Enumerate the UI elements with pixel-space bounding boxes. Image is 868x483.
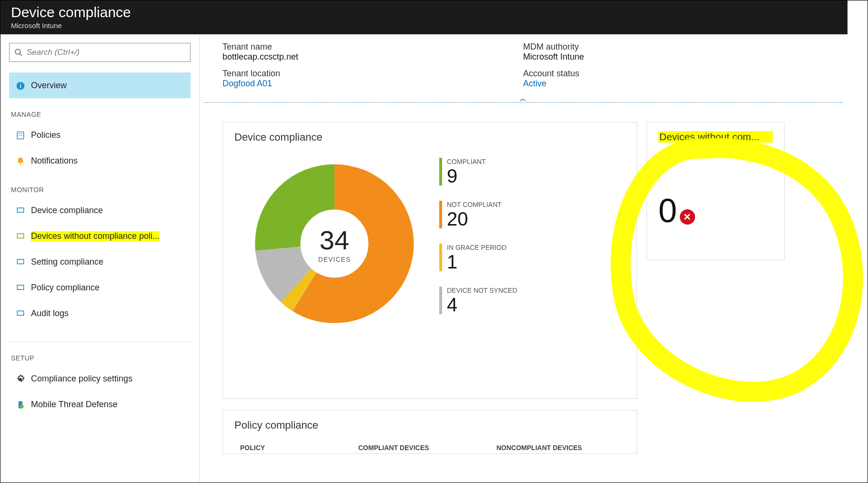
monitor-icon bbox=[16, 232, 31, 241]
sidebar: Overview MANAGE Policies Notifications M… bbox=[0, 34, 200, 483]
monitor-icon bbox=[16, 257, 31, 267]
nav-mobile-threat-defense-label: Mobile Threat Defense bbox=[31, 400, 118, 410]
legend-notcompliant-value: 20 bbox=[447, 209, 502, 228]
policy-compliance-card[interactable]: Policy compliance POLICY COMPLIANT DEVIC… bbox=[222, 410, 637, 454]
nav-setting-compliance-label: Setting compliance bbox=[31, 257, 103, 267]
svg-line-1 bbox=[20, 53, 22, 56]
nav-audit-logs[interactable]: Audit logs bbox=[9, 300, 191, 326]
svg-point-8 bbox=[20, 163, 21, 164]
main-content: Tenant name bottlecap.ccsctp.net MDM aut… bbox=[200, 34, 868, 483]
legend-grace-value: 1 bbox=[447, 252, 506, 271]
svg-rect-12 bbox=[18, 234, 23, 238]
nav-devices-without-policy-label: Devices without compliance poli... bbox=[31, 231, 160, 241]
nav-device-compliance-label: Device compliance bbox=[31, 206, 103, 216]
account-status-label: Account status bbox=[523, 69, 824, 79]
nav-devices-without-policy[interactable]: Devices without compliance poli... bbox=[9, 223, 191, 249]
error-icon: ✕ bbox=[680, 209, 695, 225]
header-bar: Device compliance Microsoft Intune bbox=[0, 0, 848, 34]
section-monitor: MONITOR bbox=[11, 186, 191, 194]
donut-total-label: DEVICES bbox=[318, 256, 351, 263]
compliance-donut-chart: 34 DEVICES bbox=[253, 163, 415, 325]
policy-col-noncompliant: NONCOMPLIANT DEVICES bbox=[496, 444, 625, 452]
search-icon bbox=[14, 48, 23, 57]
legend-notsynced-value: 4 bbox=[447, 295, 517, 314]
mdm-authority-value: Microsoft Intune bbox=[523, 52, 824, 62]
nav-policies[interactable]: Policies bbox=[9, 122, 191, 148]
tenant-location-value[interactable]: Dogfood A01 bbox=[222, 79, 523, 89]
policy-compliance-title: Policy compliance bbox=[234, 419, 625, 432]
monitor-icon bbox=[16, 283, 31, 293]
search-box[interactable] bbox=[9, 43, 191, 62]
nav-policy-compliance[interactable]: Policy compliance bbox=[9, 275, 191, 300]
nav-policy-compliance-label: Policy compliance bbox=[31, 283, 100, 293]
svg-rect-3 bbox=[20, 85, 21, 88]
device-compliance-title: Device compliance bbox=[234, 131, 625, 144]
policy-table-header: POLICY COMPLIANT DEVICES NONCOMPLIANT DE… bbox=[234, 444, 625, 452]
svg-point-0 bbox=[15, 49, 20, 54]
monitor-icon bbox=[16, 206, 31, 216]
legend-compliant-label: COMPLIANT bbox=[447, 158, 486, 165]
svg-rect-16 bbox=[18, 286, 23, 289]
svg-rect-4 bbox=[20, 83, 21, 84]
devices-without-title: Devices without com... bbox=[658, 131, 773, 143]
page-title: Device compliance bbox=[11, 4, 837, 21]
shield-icon bbox=[16, 400, 31, 410]
svg-rect-14 bbox=[18, 260, 23, 264]
device-compliance-card[interactable]: Device compliance bbox=[222, 122, 637, 399]
policies-icon bbox=[16, 131, 31, 140]
page-subtitle: Microsoft Intune bbox=[11, 21, 837, 30]
legend-notcompliant-label: NOT COMPLIANT bbox=[447, 201, 502, 208]
info-icon bbox=[16, 81, 31, 91]
monitor-icon bbox=[16, 309, 31, 319]
section-manage: MANAGE bbox=[11, 111, 191, 118]
nav-policies-label: Policies bbox=[31, 130, 61, 140]
nav-notifications[interactable]: Notifications bbox=[9, 148, 191, 174]
account-status-value[interactable]: Active bbox=[523, 79, 824, 89]
devices-without-value: 0 bbox=[658, 194, 677, 227]
nav-compliance-policy-settings[interactable]: Compliance policy settings bbox=[9, 366, 191, 391]
tenant-name-label: Tenant name bbox=[222, 42, 523, 52]
nav-overview[interactable]: Overview bbox=[9, 72, 191, 98]
legend-notsynced-label: DEVICE NOT SYNCED bbox=[447, 287, 517, 294]
nav-notifications-label: Notifications bbox=[31, 156, 78, 166]
nav-device-compliance[interactable]: Device compliance bbox=[9, 197, 191, 223]
policy-col-compliant: COMPLIANT DEVICES bbox=[358, 444, 496, 452]
tenant-name-value: bottlecap.ccsctp.net bbox=[222, 52, 523, 62]
nav-mobile-threat-defense[interactable]: Mobile Threat Defense bbox=[9, 391, 191, 417]
devices-without-compliance-card[interactable]: Devices without com... 0 ✕ bbox=[646, 122, 785, 260]
mdm-authority-label: MDM authority bbox=[523, 42, 824, 52]
nav-setting-compliance[interactable]: Setting compliance bbox=[9, 249, 191, 275]
svg-rect-10 bbox=[18, 208, 23, 212]
tenant-location-label: Tenant location bbox=[222, 69, 523, 79]
svg-rect-18 bbox=[18, 311, 23, 315]
legend-compliant-value: 9 bbox=[447, 166, 486, 185]
svg-point-21 bbox=[20, 404, 23, 408]
section-setup: SETUP bbox=[11, 354, 191, 362]
tenant-info: Tenant name bottlecap.ccsctp.net MDM aut… bbox=[203, 34, 843, 103]
donut-total-value: 34 bbox=[320, 225, 349, 256]
gear-icon bbox=[16, 374, 31, 384]
policy-col-policy: POLICY bbox=[234, 444, 358, 452]
legend-grace-label: IN GRACE PERIOD bbox=[447, 244, 506, 251]
search-input[interactable] bbox=[27, 48, 185, 57]
nav-overview-label: Overview bbox=[31, 81, 67, 91]
bell-icon bbox=[16, 156, 31, 166]
nav-audit-logs-label: Audit logs bbox=[31, 308, 69, 319]
nav-compliance-policy-settings-label: Compliance policy settings bbox=[31, 374, 132, 384]
compliance-legend: COMPLIANT 9 NOT COMPLIANT 20 bbox=[439, 158, 517, 329]
collapse-icon[interactable]: ︽ bbox=[520, 94, 526, 103]
